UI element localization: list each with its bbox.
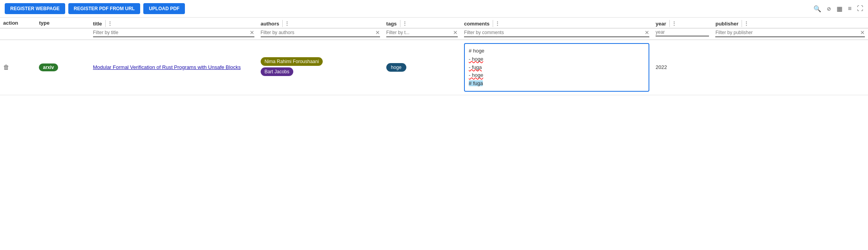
publisher-cell <box>712 40 868 95</box>
comment-line: - fuga <box>469 63 645 72</box>
filter-title: ✕ <box>90 28 258 40</box>
col-sep-tags <box>400 20 400 27</box>
col-header-publisher: publisher ⋮ <box>712 18 868 28</box>
filter-title-input[interactable] <box>93 30 248 35</box>
authors-cell: Nima Rahimi ForoushaaniBart Jacobs <box>258 40 383 95</box>
col-sep-authors <box>282 20 283 27</box>
col-header-authors: authors ⋮ <box>258 18 383 28</box>
filter-comments: ✕ <box>461 28 652 40</box>
filter-off-icon[interactable]: ⊘ <box>827 6 831 12</box>
comments-box[interactable]: # hoge- hoge- fuga- hoge# fuga <box>464 43 649 92</box>
toolbar-left: REGISTER WEBPAGE REGISTER PDF FROM URL U… <box>5 3 810 14</box>
comments-cell: # hoge- hoge- fuga- hoge# fuga <box>461 40 652 95</box>
tags-cell: hoge <box>383 40 461 95</box>
year-cell: 2022 <box>652 40 712 95</box>
filter-title-clear[interactable]: ✕ <box>250 29 254 36</box>
col-menu-tags[interactable]: ⋮ <box>402 20 408 27</box>
col-menu-year[interactable]: ⋮ <box>671 20 677 27</box>
filter-authors-clear[interactable]: ✕ <box>375 29 380 36</box>
action-cell: 🗑 <box>0 40 36 95</box>
col-header-tags: tags ⋮ <box>383 18 461 28</box>
main-table: action type title ⋮ authors ⋮ <box>0 18 868 95</box>
expand-icon[interactable]: ⛶ <box>857 5 863 12</box>
comment-line: - hoge <box>469 71 645 80</box>
register-pdf-url-button[interactable]: REGISTER PDF FROM URL <box>68 3 140 14</box>
col-sep-comments <box>493 20 493 27</box>
toolbar-right: 🔍 ⊘ ▦ ≡ ⛶ <box>813 5 863 13</box>
toolbar: REGISTER WEBPAGE REGISTER PDF FROM URL U… <box>0 0 868 18</box>
table-container: action type title ⋮ authors ⋮ <box>0 18 868 95</box>
comment-line: # fuga <box>469 80 645 88</box>
filter-publisher-clear[interactable]: ✕ <box>860 29 865 36</box>
filter-authors: ✕ <box>258 28 383 40</box>
upload-pdf-button[interactable]: UPLOAD PDF <box>143 3 185 14</box>
filter-comments-clear[interactable]: ✕ <box>645 29 649 36</box>
filter-publisher: ✕ <box>712 28 868 40</box>
register-webpage-button[interactable]: REGISTER WEBPAGE <box>5 3 65 14</box>
filter-tags-input[interactable] <box>386 30 451 35</box>
col-sep-title <box>105 20 106 27</box>
title-link[interactable]: Modular Formal Verification of Rust Prog… <box>93 64 241 70</box>
col-sep-publisher <box>742 20 742 27</box>
comment-line: - hoge <box>469 55 645 63</box>
filter-tags-clear[interactable]: ✕ <box>453 29 458 36</box>
comment-selected: # fuga <box>469 80 483 86</box>
col-menu-comments[interactable]: ⋮ <box>495 20 500 27</box>
type-badge: arxiv <box>39 63 58 71</box>
filter-authors-input[interactable] <box>261 30 374 35</box>
menu-icon[interactable]: ≡ <box>848 5 852 12</box>
columns-icon[interactable]: ▦ <box>837 5 842 13</box>
col-header-title: title ⋮ <box>90 18 258 28</box>
filter-year <box>652 28 712 40</box>
table-body: 🗑arxivModular Formal Verification of Rus… <box>0 40 868 95</box>
author-badge: Nima Rahimi Foroushaani <box>261 57 323 66</box>
filter-tags: ✕ <box>383 28 461 40</box>
title-cell: Modular Formal Verification of Rust Prog… <box>90 40 258 95</box>
col-menu-authors[interactable]: ⋮ <box>284 20 290 27</box>
author-badge: Bart Jacobs <box>261 67 293 76</box>
filter-comments-input[interactable] <box>464 30 643 35</box>
col-header-type: type <box>36 18 90 28</box>
col-header-year: year ⋮ <box>652 18 712 28</box>
column-header-row: action type title ⋮ authors ⋮ <box>0 18 868 28</box>
filter-action <box>0 28 36 40</box>
col-header-comments: comments ⋮ <box>461 18 652 28</box>
col-menu-publisher[interactable]: ⋮ <box>744 20 749 27</box>
filter-row: ✕ ✕ ✕ <box>0 28 868 40</box>
col-header-action: action <box>0 18 36 28</box>
col-sep-year <box>669 20 670 27</box>
comment-line: # hoge <box>469 47 645 55</box>
tag-badge: hoge <box>386 63 406 72</box>
filter-year-input[interactable] <box>656 29 709 35</box>
col-menu-title[interactable]: ⋮ <box>107 20 113 27</box>
table-row: 🗑arxivModular Formal Verification of Rus… <box>0 40 868 95</box>
search-icon[interactable]: 🔍 <box>813 5 821 13</box>
filter-publisher-input[interactable] <box>715 30 859 35</box>
delete-icon[interactable]: 🗑 <box>3 64 9 71</box>
filter-type <box>36 28 90 40</box>
type-cell: arxiv <box>36 40 90 95</box>
